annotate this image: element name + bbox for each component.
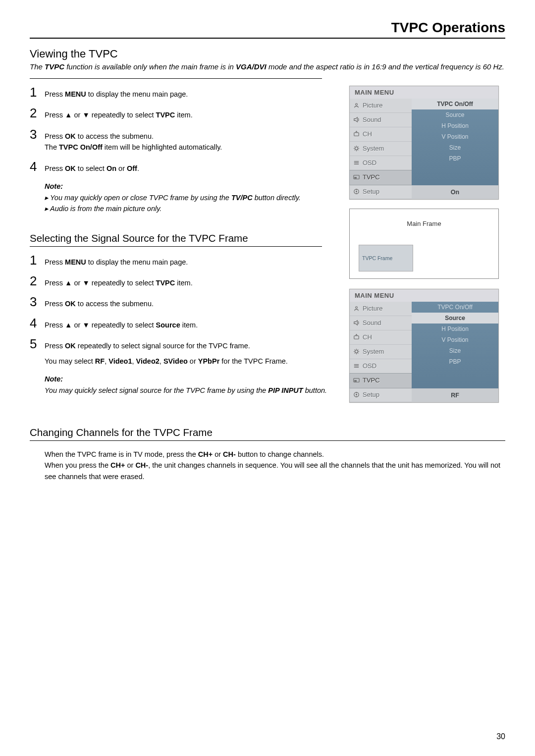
note-heading: Note: (45, 181, 337, 192)
menu-left-item-tvpc: TVPC (350, 170, 412, 185)
svg-point-0 (356, 104, 358, 106)
menu-footer-value: On (412, 185, 498, 199)
step-number: 3 (30, 128, 45, 141)
step-text: Press OK repeatedly to select signal sou… (45, 337, 288, 367)
selecting-heading: Selecting the Signal Source for the TVPC… (30, 232, 322, 247)
menu-left-item-osd: OSD (350, 359, 412, 374)
main-frame-label: Main Frame (350, 220, 498, 227)
menu-left-item-tvpc: TVPC (350, 374, 412, 388)
selecting-note: You may quickly select signal source for… (45, 385, 337, 396)
viewing-step: 1Press MENU to display the menu main pag… (30, 86, 337, 100)
menu-right-item: H Position (412, 324, 498, 334)
svg-rect-1 (354, 133, 359, 136)
main-menu-panel-1: MAIN MENU PictureSoundCHSystemOSDTVPCSet… (349, 86, 499, 200)
step-text: Press OK to access the submenu. (45, 295, 154, 309)
note-line: ▸Audio is from the main picture only. (45, 203, 337, 214)
note-heading-2: Note: (45, 374, 337, 384)
step-text: Press ▲ or ▼ repeatedly to select Source… (45, 317, 198, 330)
viewing-heading: Viewing the TVPC (30, 48, 505, 60)
menu-right-item: Size (412, 142, 498, 153)
menu-right-item: TVPC On/Off (412, 99, 498, 109)
step-number: 1 (30, 86, 45, 99)
step-text: Press OK to select On or Off. (45, 160, 139, 174)
selecting-step: 5Press OK repeatedly to select signal so… (30, 337, 337, 367)
menu-left-item-picture: Picture (350, 99, 412, 113)
selecting-step: 4Press ▲ or ▼ repeatedly to select Sourc… (30, 317, 337, 330)
menu-left-item-setup: Setup (350, 185, 412, 199)
step-text: Press ▲ or ▼ repeatedly to select TVPC i… (45, 107, 193, 120)
step-number: 2 (30, 107, 45, 119)
menu-right-item: TVPC On/Off (412, 302, 498, 313)
viewing-step: 4Press OK to select On or Off. (30, 160, 337, 174)
menu-left-item-system: System (350, 345, 412, 359)
viewing-step: 2Press ▲ or ▼ repeatedly to select TVPC … (30, 107, 337, 120)
svg-point-19 (356, 394, 357, 395)
menu-right-item: Source (412, 109, 498, 120)
viewing-step: 3Press OK to access the submenu.The TVPC… (30, 128, 337, 153)
selecting-step: 1Press MENU to display the menu main pag… (30, 254, 337, 268)
menu-footer-value-2: RF (412, 388, 498, 402)
step-number: 2 (30, 274, 45, 287)
menu-left-item-system: System (350, 142, 412, 156)
viewing-intro: The TVPC function is available only when… (30, 61, 505, 72)
svg-point-10 (356, 307, 358, 309)
menu-left-item-ch: CH (350, 127, 412, 142)
menu-right-item: Size (412, 345, 498, 356)
menu-right-item: Source (412, 313, 498, 324)
page-title: TVPC Operations (30, 20, 505, 39)
divider (30, 78, 322, 79)
svg-rect-17 (354, 380, 357, 382)
step-number: 1 (30, 254, 45, 267)
menu-left-item-sound: Sound (350, 113, 412, 127)
step-number: 4 (30, 317, 45, 329)
svg-rect-11 (354, 336, 359, 339)
menu-right-item: H Position (412, 120, 498, 131)
selecting-step: 2Press ▲ or ▼ repeatedly to select TVPC … (30, 274, 337, 288)
menu-title-2: MAIN MENU (350, 289, 498, 302)
svg-rect-7 (354, 177, 357, 179)
menu-left-item-sound: Sound (350, 316, 412, 330)
main-menu-panel-2: MAIN MENU PictureSoundCHSystemOSDTVPCSet… (349, 289, 499, 403)
step-number: 4 (30, 160, 45, 173)
menu-right-item: V Position (412, 334, 498, 345)
menu-left-item-setup: Setup (350, 388, 412, 402)
changing-body: When the TVPC frame is in TV mode, press… (45, 449, 505, 482)
step-number: 5 (30, 337, 45, 350)
menu-left-item-osd: OSD (350, 156, 412, 170)
step-number: 3 (30, 295, 45, 308)
menu-left-item-picture: Picture (350, 302, 412, 316)
page-number: 30 (496, 732, 505, 741)
tvpc-frame-label: TVPC Frame (359, 245, 413, 271)
menu-left-item-ch: CH (350, 330, 412, 345)
step-text: Press OK to access the submenu.The TVPC … (45, 128, 222, 153)
step-text: Press ▲ or ▼ repeatedly to select TVPC i… (45, 274, 193, 288)
frame-diagram: Main Frame TVPC Frame (349, 209, 499, 279)
step-text: Press MENU to display the menu main page… (45, 86, 188, 100)
menu-right-item: PBP (412, 153, 498, 164)
selecting-step: 3Press OK to access the submenu. (30, 295, 337, 309)
menu-right-item: PBP (412, 356, 498, 367)
svg-point-12 (355, 350, 358, 353)
menu-title: MAIN MENU (350, 86, 498, 99)
svg-point-9 (356, 191, 357, 192)
menu-right-item: V Position (412, 131, 498, 142)
changing-heading: Changing Channels for the TVPC Frame (30, 427, 505, 441)
svg-point-2 (355, 147, 358, 150)
note-line: ▸You may quickly open or close TVPC fram… (45, 192, 337, 203)
step-text: Press MENU to display the menu main page… (45, 254, 188, 268)
